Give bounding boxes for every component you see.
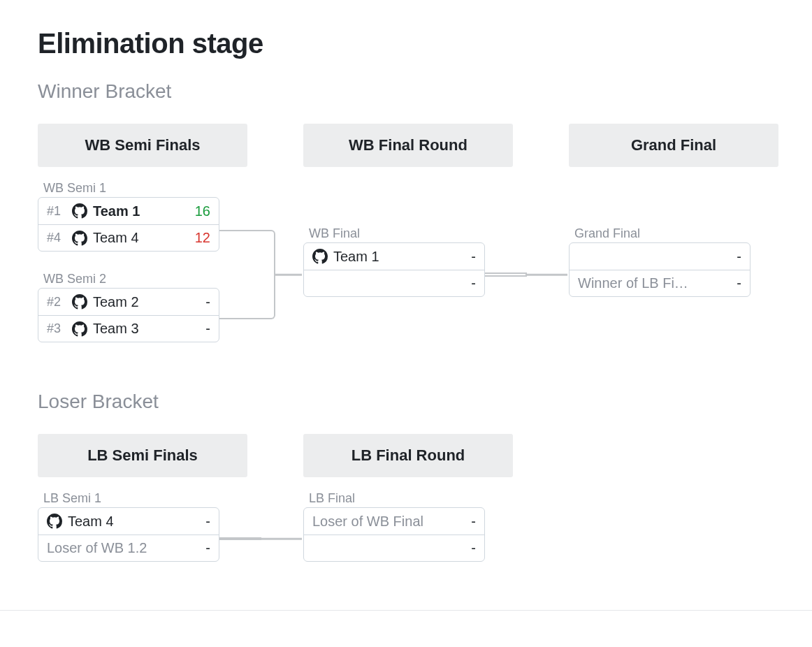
match-wb-semi-1[interactable]: WB Semi 1 #1 Team 1 16 #4 Team 4 — [38, 181, 219, 252]
team-row: Team 1 - — [304, 243, 484, 270]
team-name: Team 4 — [47, 514, 184, 530]
team-name: Winner of LB Fi… — [578, 275, 715, 291]
score: 16 — [189, 203, 210, 219]
winner-bracket-label: Winner Bracket — [38, 80, 812, 103]
team-row: - — [304, 535, 484, 561]
team-name: Team 3 — [72, 321, 184, 337]
team-row: #1 Team 1 16 — [38, 198, 219, 224]
team-name: Loser of WB 1.2 — [47, 540, 184, 556]
loser-bracket: Loser Bracket LB Semi Finals LB Final Ro… — [38, 391, 812, 582]
wb-round-header-grand: Grand Final — [569, 124, 778, 167]
score: - — [720, 275, 741, 291]
wb-round-header-semis: WB Semi Finals — [38, 124, 247, 167]
wb-round-headers: WB Semi Finals WB Final Round Grand Fina… — [38, 124, 812, 167]
score: - — [189, 540, 210, 556]
team-row: Winner of LB Fi… - — [570, 270, 750, 296]
team-row: #4 Team 4 12 — [38, 224, 219, 251]
loser-bracket-label: Loser Bracket — [38, 391, 812, 413]
match-caption: LB Semi 1 — [43, 491, 219, 506]
team-name: Team 1 — [72, 203, 184, 219]
team-name: Team 1 — [312, 249, 449, 265]
team-row: #3 Team 3 - — [38, 315, 219, 342]
winner-bracket: Winner Bracket WB Semi Finals WB Final R… — [38, 80, 812, 363]
wb-connector-semis-to-final — [219, 230, 275, 319]
github-icon — [72, 203, 87, 219]
seed-label: #2 — [47, 295, 66, 310]
score: - — [455, 275, 476, 291]
match-caption: WB Semi 2 — [43, 272, 219, 286]
score: - — [455, 249, 476, 265]
match-caption: LB Final — [309, 491, 485, 506]
github-icon — [47, 514, 62, 529]
match-wb-final[interactable]: WB Final Team 1 - - — [303, 226, 485, 297]
score: - — [455, 514, 476, 530]
score: - — [189, 294, 210, 310]
seed-label: #4 — [47, 231, 66, 245]
match-caption: WB Final — [309, 226, 485, 241]
wb-round-header-final: WB Final Round — [303, 124, 513, 167]
team-name: Team 4 — [72, 230, 184, 246]
team-row: - — [570, 243, 750, 270]
seed-label: #3 — [47, 321, 66, 336]
wb-connector-final-to-grand — [485, 272, 527, 277]
lb-connector-semi-to-final — [219, 537, 261, 540]
score: - — [455, 540, 476, 556]
match-lb-final[interactable]: LB Final Loser of WB Final - - — [303, 491, 485, 562]
team-row: Loser of WB Final - — [304, 508, 484, 535]
team-row: - — [304, 270, 484, 296]
team-row: Loser of WB 1.2 - — [38, 535, 219, 561]
team-row: #2 Team 2 - — [38, 289, 219, 315]
match-lb-semi-1[interactable]: LB Semi 1 Team 4 - Loser of WB 1.2 - — [38, 491, 219, 562]
github-icon — [72, 294, 87, 310]
match-grand-final[interactable]: Grand Final - Winner of LB Fi… - — [569, 226, 751, 297]
match-wb-semi-2[interactable]: WB Semi 2 #2 Team 2 - #3 Team 3 — [38, 272, 219, 342]
score: - — [720, 249, 741, 265]
match-caption: WB Semi 1 — [43, 181, 219, 196]
seed-label: #1 — [47, 204, 66, 219]
github-icon — [72, 321, 87, 337]
match-caption: Grand Final — [574, 226, 751, 241]
github-icon — [312, 249, 328, 264]
github-icon — [72, 231, 87, 246]
team-name: Loser of WB Final — [312, 514, 449, 530]
score: - — [189, 321, 210, 337]
page-divider — [0, 610, 812, 611]
page-title: Elimination stage — [38, 28, 812, 59]
lb-round-header-semis: LB Semi Finals — [38, 434, 247, 477]
score: 12 — [189, 230, 210, 246]
score: - — [189, 514, 210, 530]
lb-round-header-final: LB Final Round — [303, 434, 513, 477]
team-name: Team 2 — [72, 294, 184, 310]
team-row: Team 4 - — [38, 508, 219, 535]
lb-round-headers: LB Semi Finals LB Final Round — [38, 434, 812, 477]
